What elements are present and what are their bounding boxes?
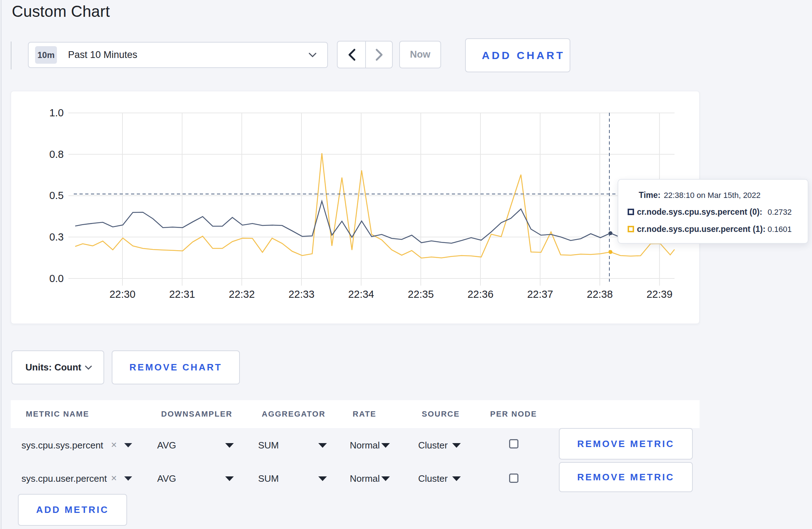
svg-text:22:31: 22:31 <box>169 288 195 300</box>
svg-text:22:34: 22:34 <box>348 288 374 300</box>
svg-text:22:36: 22:36 <box>468 288 494 300</box>
svg-text:22:35: 22:35 <box>408 288 434 300</box>
svg-text:0.5: 0.5 <box>49 190 64 201</box>
svg-text:22:30: 22:30 <box>110 288 136 300</box>
svg-text:0.8: 0.8 <box>49 149 64 160</box>
svg-text:22:33: 22:33 <box>289 288 315 300</box>
svg-text:22:32: 22:32 <box>229 288 255 300</box>
svg-text:22:38: 22:38 <box>587 288 613 300</box>
svg-text:22:37: 22:37 <box>527 288 553 300</box>
svg-text:1.0: 1.0 <box>49 107 64 118</box>
svg-text:22:39: 22:39 <box>647 288 673 300</box>
svg-text:0.0: 0.0 <box>49 273 64 284</box>
svg-text:0.3: 0.3 <box>49 231 64 243</box>
